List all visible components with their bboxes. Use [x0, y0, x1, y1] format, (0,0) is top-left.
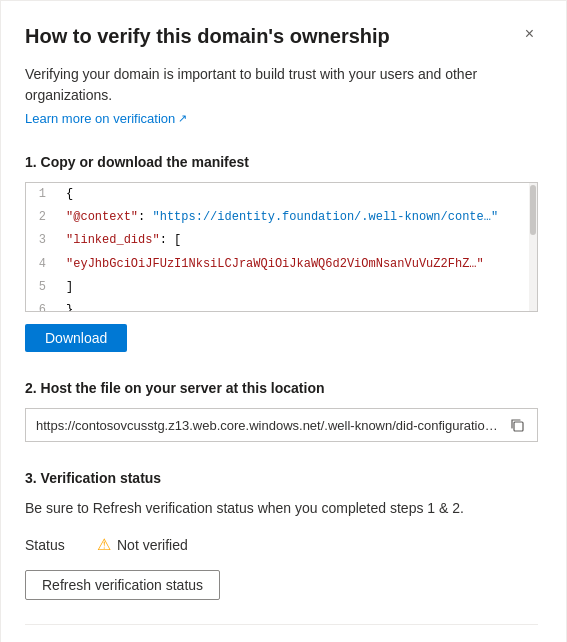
modal-header: How to verify this domain's ownership × [25, 25, 538, 48]
line-content: "@context": "https://identity.foundation… [58, 206, 537, 229]
line-number: 1 [26, 183, 58, 206]
code-line-row: 2 "@context": "https://identity.foundati… [26, 206, 537, 229]
bottom-divider [25, 624, 538, 625]
close-button[interactable]: × [521, 23, 538, 45]
scrollbar-thumb [530, 185, 536, 235]
refresh-verification-button[interactable]: Refresh verification status [25, 570, 220, 600]
status-badge: ⚠ Not verified [97, 535, 188, 554]
step3-section: 3. Verification status Be sure to Refres… [25, 470, 538, 600]
line-content: ] [58, 276, 537, 299]
step1-section: 1. Copy or download the manifest 1{2 "@c… [25, 154, 538, 352]
code-line-row: 5 ] [26, 276, 537, 299]
line-number: 6 [26, 299, 58, 311]
line-number: 5 [26, 276, 58, 299]
status-row: Status ⚠ Not verified [25, 535, 538, 554]
code-table: 1{2 "@context": "https://identity.founda… [26, 183, 537, 311]
warning-icon: ⚠ [97, 535, 111, 554]
intro-description: Verifying your domain is important to bu… [25, 64, 538, 106]
status-label: Status [25, 537, 85, 553]
download-button[interactable]: Download [25, 324, 127, 352]
learn-more-text: Learn more on verification [25, 111, 175, 126]
code-container: 1{2 "@context": "https://identity.founda… [25, 182, 538, 312]
learn-more-link[interactable]: Learn more on verification ↗ [25, 111, 187, 126]
verification-description: Be sure to Refresh verification status w… [25, 498, 538, 519]
modal-title: How to verify this domain's ownership [25, 25, 521, 48]
svg-rect-0 [514, 422, 523, 431]
code-line-row: 4 "eyJhbGciOiJFUzI1NksiLCJraWQiOiJkaWQ6d… [26, 253, 537, 276]
copy-url-button[interactable] [507, 415, 527, 435]
line-content: { [58, 183, 537, 206]
code-scroll[interactable]: 1{2 "@context": "https://identity.founda… [26, 183, 537, 311]
line-content: } [58, 299, 537, 311]
step1-title: 1. Copy or download the manifest [25, 154, 538, 170]
url-text: https://contosovcusstg.z13.web.core.wind… [36, 418, 499, 433]
line-number: 4 [26, 253, 58, 276]
step2-title: 2. Host the file on your server at this … [25, 380, 538, 396]
line-number: 3 [26, 229, 58, 252]
step2-section: 2. Host the file on your server at this … [25, 380, 538, 442]
status-text: Not verified [117, 537, 188, 553]
modal-container: How to verify this domain's ownership × … [0, 0, 567, 642]
step3-title: 3. Verification status [25, 470, 538, 486]
line-content: "eyJhbGciOiJFUzI1NksiLCJraWQiOiJkaWQ6d2V… [58, 253, 537, 276]
url-container: https://contosovcusstg.z13.web.core.wind… [25, 408, 538, 442]
external-link-icon: ↗ [178, 112, 187, 125]
scrollbar-track [529, 183, 537, 311]
line-content: "linked_dids": [ [58, 229, 537, 252]
line-number: 2 [26, 206, 58, 229]
copy-icon [509, 417, 525, 433]
code-line-row: 6} [26, 299, 537, 311]
code-line-row: 3 "linked_dids": [ [26, 229, 537, 252]
code-line-row: 1{ [26, 183, 537, 206]
